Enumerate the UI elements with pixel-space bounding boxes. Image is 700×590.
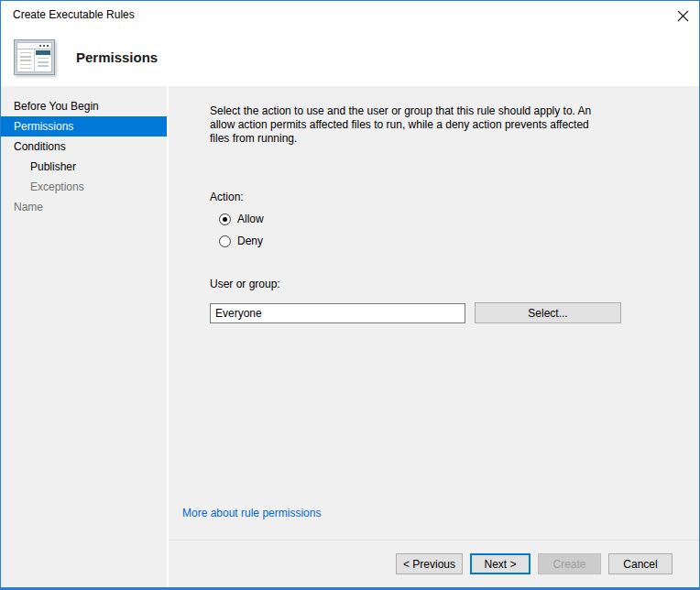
create-button[interactable]: Create: [538, 553, 601, 574]
wizard-page-content: Select the action to use and the user or…: [169, 86, 699, 540]
sidebar-item-exceptions: Exceptions: [1, 177, 167, 197]
sidebar-item-permissions[interactable]: Permissions: [1, 116, 167, 137]
close-icon: [677, 10, 689, 22]
close-button[interactable]: [674, 7, 691, 24]
radio-deny-control[interactable]: [219, 235, 231, 247]
sidebar-item-conditions[interactable]: Conditions: [1, 137, 167, 157]
radio-allow-control[interactable]: [219, 213, 231, 225]
radio-allow-label: Allow: [237, 213, 264, 225]
action-label: Action:: [210, 191, 672, 203]
radio-option-allow[interactable]: Allow: [219, 213, 672, 225]
sidebar-item-publisher[interactable]: Publisher: [1, 157, 167, 177]
select-button[interactable]: Select...: [475, 302, 621, 323]
radio-deny-label: Deny: [237, 235, 263, 247]
page-title: Permissions: [76, 49, 158, 65]
wizard-header: Permissions: [1, 28, 699, 86]
wizard-button-bar: < Previous Next > Create Cancel: [169, 540, 699, 587]
previous-button[interactable]: < Previous: [396, 553, 463, 574]
wizard-window-icon: [14, 39, 55, 75]
next-button[interactable]: Next >: [470, 553, 530, 574]
cancel-button[interactable]: Cancel: [608, 553, 673, 574]
page-description: Select the action to use and the user or…: [210, 104, 607, 146]
sidebar-item-before-you-begin[interactable]: Before You Begin: [1, 96, 167, 116]
create-executable-rules-wizard: Create Executable Rules Permissions Befo…: [0, 0, 700, 590]
more-about-rule-permissions-link[interactable]: More about rule permissions: [182, 507, 321, 519]
wizard-steps-sidebar: Before You Begin Permissions Conditions …: [1, 86, 169, 587]
titlebar: Create Executable Rules: [1, 1, 699, 28]
sidebar-item-name: Name: [1, 197, 167, 217]
window-title: Create Executable Rules: [13, 8, 135, 21]
user-group-input[interactable]: [210, 303, 465, 323]
user-group-label: User or group:: [210, 278, 672, 290]
radio-option-deny[interactable]: Deny: [219, 235, 672, 247]
